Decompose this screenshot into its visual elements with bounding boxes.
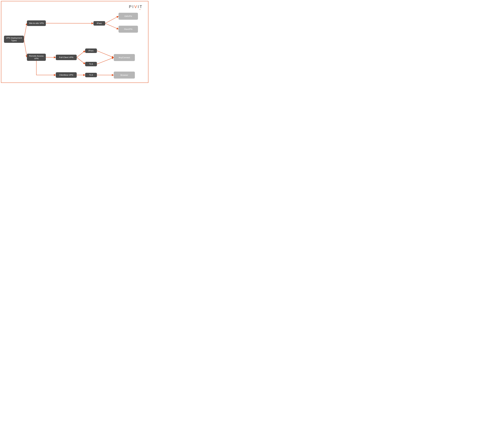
node-anyconnect: AnyConnect	[114, 54, 135, 61]
node-tls-fullclient: TLS	[85, 62, 97, 66]
node-browser: Browser	[114, 72, 135, 79]
logo-dot-icon	[140, 9, 140, 10]
node-ipsec-site: IPsec	[93, 21, 105, 26]
diagram-canvas: PIVIT VPN Deployment Types Site-to-site …	[0, 0, 149, 84]
node-remote-access-vpn: Remote Access VPN	[27, 54, 46, 61]
node-flexvpn: FlexVPN	[118, 26, 138, 33]
logo-accent: V	[134, 4, 138, 9]
logo-pivit: PIVIT	[129, 4, 143, 9]
node-vpn-deployment-types: VPN Deployment Types	[4, 36, 24, 43]
node-dmvpn: DMVPN	[118, 13, 138, 20]
node-full-client-vpn: Full Client VPN	[56, 55, 77, 60]
node-ipsec-remote: IPsec	[85, 48, 97, 53]
node-site-to-site-vpn: Site-to-site VPN	[27, 20, 46, 26]
node-clientless-vpn: Clientless VPN	[56, 72, 77, 78]
logo-part2: IT	[138, 4, 143, 9]
node-tls-clientless: TLS	[85, 73, 97, 77]
logo-part1: PI	[129, 4, 134, 9]
